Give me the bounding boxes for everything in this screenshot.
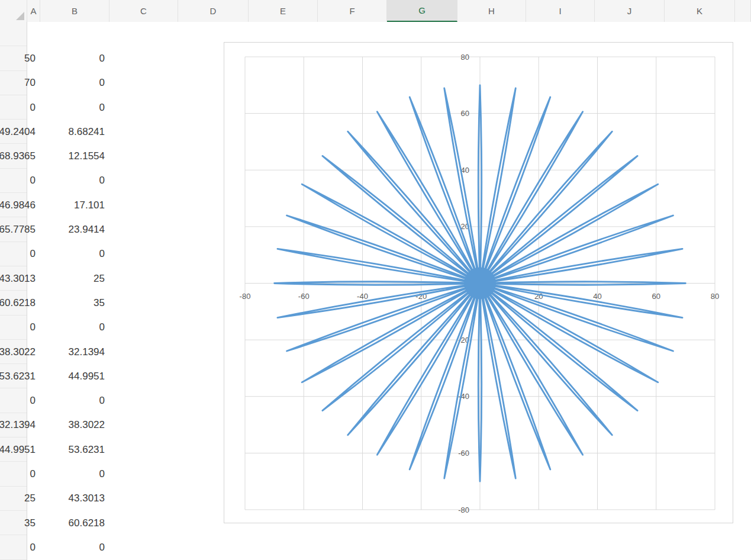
col-header-label: H (488, 6, 495, 16)
cell-C5[interactable]: 8.68241 (40, 120, 105, 144)
row-header-21[interactable] (0, 511, 27, 535)
cell-C11[interactable]: 25 (40, 266, 105, 291)
row-header-2[interactable] (0, 46, 27, 70)
cell-C17[interactable]: 38.3022 (40, 413, 105, 437)
col-header-label: F (349, 6, 354, 16)
spreadsheet: ABCDEFGHIJK 5007000049.24048.6824168.936… (0, 0, 751, 560)
y-axis-tick-label: 80 (461, 53, 469, 62)
cell-C16[interactable]: 0 (40, 389, 105, 413)
cell-C14[interactable]: 32.1394 (40, 340, 105, 364)
cell-C6[interactable]: 12.1554 (40, 144, 105, 169)
row-header-10[interactable] (0, 242, 27, 266)
cell-B3[interactable]: 70 (27, 71, 36, 95)
col-header-E[interactable]: E (249, 0, 318, 22)
chart-ray (323, 156, 480, 283)
cell-B12[interactable]: 60.6218 (27, 291, 36, 315)
cell-B22[interactable]: 0 (27, 535, 36, 559)
cell-B8[interactable]: 46.9846 (27, 193, 36, 217)
cell-C2[interactable]: 0 (40, 46, 105, 70)
row-header-22[interactable] (0, 535, 27, 559)
cell-B2[interactable]: 50 (27, 46, 36, 70)
chart-ray (302, 284, 480, 382)
x-axis-tick-label: 60 (652, 292, 660, 301)
cell-C7[interactable]: 0 (40, 169, 105, 193)
cell-C9[interactable]: 23.9414 (40, 217, 105, 242)
cell-B18[interactable]: 44.9951 (27, 437, 36, 462)
y-axis-tick-label: 60 (461, 109, 469, 118)
row-header-1[interactable] (0, 22, 27, 46)
chart-ray (348, 131, 480, 283)
scatter-chart-object[interactable]: -80-60-40-20020406080806040200-20-40-60-… (224, 42, 733, 523)
x-axis-tick-label: 80 (711, 292, 719, 301)
chart-ray (323, 284, 480, 411)
cell-C10[interactable]: 0 (40, 242, 105, 266)
col-header-J[interactable]: J (595, 0, 665, 22)
row-header-3[interactable] (0, 71, 27, 95)
chart-ray (480, 184, 658, 283)
col-header-H[interactable]: H (457, 0, 526, 22)
cell-C13[interactable]: 0 (40, 316, 105, 340)
col-header-partial[interactable] (735, 0, 751, 22)
chart-ray (480, 112, 583, 284)
cell-B9[interactable]: 65.7785 (27, 217, 36, 242)
cell-C20[interactable]: 43.3013 (40, 487, 105, 511)
cell-C19[interactable]: 0 (40, 462, 105, 486)
col-header-label: A (30, 6, 36, 16)
col-header-label: G (418, 5, 426, 15)
cell-C22[interactable]: 0 (40, 535, 105, 559)
select-all-corner[interactable] (0, 0, 27, 22)
col-header-label: E (280, 6, 286, 16)
col-header-B[interactable]: B (40, 0, 109, 22)
col-header-label: C (140, 6, 147, 16)
col-header-F[interactable]: F (318, 0, 387, 22)
cell-B16[interactable]: 0 (27, 389, 36, 413)
cell-C15[interactable]: 44.9951 (40, 364, 105, 388)
chart-ray (480, 284, 583, 455)
y-axis-tick-label: -60 (458, 449, 469, 458)
chart-center-disk (464, 268, 496, 300)
row-header-13[interactable] (0, 316, 27, 340)
col-header-A[interactable]: A (27, 0, 40, 22)
row-header-16[interactable] (0, 389, 27, 413)
chart-ray (480, 156, 637, 283)
x-axis-tick-label: -60 (298, 292, 310, 301)
cell-C12[interactable]: 35 (40, 291, 105, 315)
row-header-19[interactable] (0, 462, 27, 486)
cell-B20[interactable]: 25 (27, 487, 36, 511)
row-header-20[interactable] (0, 487, 27, 511)
col-header-C[interactable]: C (109, 0, 178, 22)
cell-B6[interactable]: 68.9365 (27, 144, 36, 169)
cell-B17[interactable]: 32.1394 (27, 413, 36, 437)
cell-C21[interactable]: 60.6218 (40, 511, 105, 535)
y-axis-tick-label: -80 (458, 506, 469, 514)
col-header-K[interactable]: K (665, 0, 735, 22)
cell-B14[interactable]: 38.3022 (27, 340, 36, 364)
row-header-column (0, 22, 27, 560)
chart-ray (377, 284, 480, 455)
row-header-4[interactable] (0, 95, 27, 120)
cell-B7[interactable]: 0 (27, 169, 36, 193)
select-all-triangle-icon (16, 12, 24, 20)
cell-C18[interactable]: 53.6231 (40, 437, 105, 462)
cell-B21[interactable]: 35 (27, 511, 36, 535)
cell-C8[interactable]: 17.101 (40, 193, 105, 217)
row-header-7[interactable] (0, 169, 27, 193)
col-header-label: D (210, 6, 217, 16)
cell-C4[interactable]: 0 (40, 95, 105, 120)
cell-B5[interactable]: 49.2404 (27, 120, 36, 144)
col-header-label: B (72, 6, 78, 16)
cell-B15[interactable]: 53.6231 (27, 364, 36, 388)
chart-ray (480, 131, 612, 283)
col-header-G[interactable]: G (387, 0, 457, 22)
chart-ray (480, 284, 637, 411)
cell-B19[interactable]: 0 (27, 462, 36, 486)
col-header-D[interactable]: D (178, 0, 249, 22)
cell-B4[interactable]: 0 (27, 95, 36, 120)
col-header-I[interactable]: I (526, 0, 595, 22)
cell-B13[interactable]: 0 (27, 316, 36, 340)
col-header-label: I (559, 6, 561, 16)
x-axis-tick-label: 40 (593, 292, 601, 301)
cell-B11[interactable]: 43.3013 (27, 266, 36, 291)
cell-B10[interactable]: 0 (27, 242, 36, 266)
cell-C3[interactable]: 0 (40, 71, 105, 95)
